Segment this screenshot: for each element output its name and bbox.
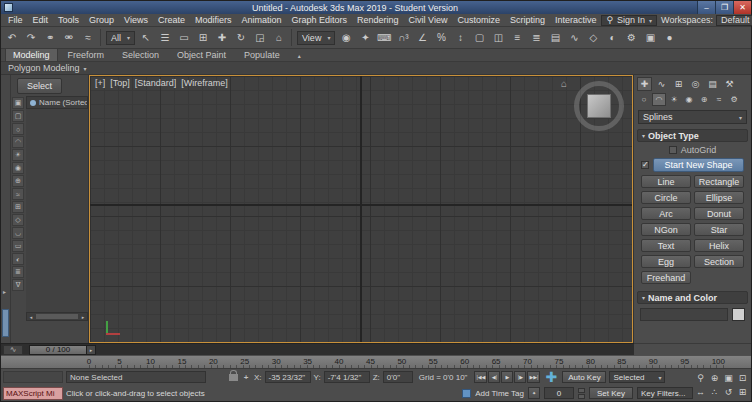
timeline-tick-label[interactable]: 25 [240, 357, 249, 366]
space-warps-category-icon[interactable]: ≈ [712, 93, 726, 106]
timeline-tick-label[interactable]: 50 [397, 357, 406, 366]
viewport-layout-tab[interactable] [2, 309, 9, 337]
scene-explorer-list[interactable] [26, 109, 88, 312]
explorer-display-everything-icon[interactable]: ▣ [12, 97, 24, 109]
named-selection-sets-icon[interactable]: ▢ [470, 29, 488, 46]
bind-to-space-warp-icon[interactable]: ≈ [79, 29, 97, 46]
spinner-down[interactable] [578, 394, 585, 399]
timeline-tick-label[interactable]: 5 [116, 357, 124, 366]
time-slider-track[interactable]: ∿ 0 / 100 ▸ [1, 343, 634, 355]
add-time-tag-label[interactable]: Add Time Tag [475, 389, 524, 398]
window-crossing-toggle-icon[interactable]: ⊞ [194, 29, 212, 46]
timeline-tick-label[interactable]: 10 [146, 357, 155, 366]
menu-item[interactable]: Civil View [404, 15, 453, 25]
minimize-button[interactable]: – [697, 1, 715, 14]
previous-frame-button[interactable]: ◀| [488, 371, 500, 383]
explorer-display-bones-icon[interactable]: ◡ [12, 227, 24, 239]
close-button[interactable]: ✕ [733, 1, 751, 14]
mirror-icon[interactable]: ◫ [489, 29, 507, 46]
key-filters-button[interactable]: Key Filters... [637, 387, 693, 399]
shape-tool-button[interactable]: Line [641, 175, 691, 188]
play-button[interactable]: ▶ [501, 371, 513, 383]
material-editor-icon[interactable]: ◐ [603, 29, 621, 46]
explorer-display-shapes-icon[interactable]: ◠ [12, 136, 24, 148]
shape-tool-button[interactable]: Egg [641, 255, 691, 268]
key-mode-dropdown[interactable]: Selected ▾ [609, 371, 665, 383]
polygon-modeling-tab[interactable]: Polygon Modeling [8, 63, 80, 73]
maxscript-macro-recorder[interactable] [3, 371, 63, 383]
name-column-header[interactable]: Name (Sorted A [26, 96, 88, 109]
timeline-tick-label[interactable]: 90 [649, 357, 658, 366]
viewport-shading-menu[interactable]: [Wireframe] [181, 78, 228, 88]
ribbon-collapse-icon[interactable]: ▴ [298, 52, 301, 59]
viewport-pov-menu[interactable]: [Top] [110, 78, 130, 88]
ribbon-toggle-icon[interactable]: ▤ [546, 29, 564, 46]
menu-item[interactable]: Create [153, 15, 190, 25]
unlink-selection-icon[interactable]: ⚮ [60, 29, 78, 46]
z-coord-field[interactable]: 0'0" [383, 371, 413, 383]
keyboard-shortcut-override-icon[interactable]: ⌨ [375, 29, 393, 46]
timeline-tick-label[interactable]: 40 [335, 357, 344, 366]
explorer-display-none-icon[interactable]: ▢ [12, 110, 24, 122]
autogrid-checkbox[interactable] [669, 146, 677, 154]
timeline-tick-label[interactable]: 15 [177, 357, 186, 366]
menu-item[interactable]: Customize [452, 15, 505, 25]
next-frame-button[interactable]: |▶ [514, 371, 526, 383]
select-object-icon[interactable]: ↖ [137, 29, 155, 46]
start-new-shape-button[interactable]: Start New Shape [653, 158, 744, 172]
shape-tool-button[interactable]: Freehand [641, 271, 691, 284]
render-setup-icon[interactable]: ⚙ [622, 29, 640, 46]
x-coord-field[interactable]: -35 23/32" [265, 371, 311, 383]
explorer-display-materials-icon[interactable]: ◐ [12, 253, 24, 265]
render-production-icon[interactable]: ● [660, 29, 678, 46]
auto-key-button[interactable]: Auto Key [562, 371, 606, 383]
curve-editor-icon[interactable]: ∿ [565, 29, 583, 46]
viewcube-top-face[interactable] [587, 94, 611, 118]
home-icon[interactable]: ⌂ [561, 78, 567, 89]
menu-item[interactable]: Views [119, 15, 153, 25]
tab-object-paint[interactable]: Object Paint [169, 48, 234, 61]
select-and-place-icon[interactable]: ⌂ [270, 29, 288, 46]
menu-item[interactable]: Tools [53, 15, 84, 25]
shape-category-dropdown[interactable]: Splines ▾ [638, 110, 747, 124]
explorer-sort-icon[interactable]: ≣ [12, 266, 24, 278]
display-tab-icon[interactable]: ▤ [705, 77, 720, 91]
select-and-link-icon[interactable]: ⚭ [41, 29, 59, 46]
viewport-top[interactable]: [+][Top][Standard][Wireframe] ⌂ [89, 75, 633, 343]
timeline-tick-label[interactable]: 20 [209, 357, 218, 366]
redo-icon[interactable]: ↷ [22, 29, 40, 46]
menu-item[interactable]: Interactive [550, 15, 602, 25]
app-icon[interactable] [4, 3, 13, 12]
workspaces-dropdown[interactable]: Default ▾ [716, 15, 752, 26]
explorer-display-lights-icon[interactable]: ☀ [12, 149, 24, 161]
shape-tool-button[interactable]: Star [694, 223, 744, 236]
menu-item[interactable]: Animation [236, 15, 286, 25]
timeline-ruler[interactable]: 0510152025303540455055606570758085909510… [1, 355, 751, 368]
select-by-name-icon[interactable]: ☰ [156, 29, 174, 46]
pan-icon[interactable]: ↔ [694, 385, 707, 398]
geometry-category-icon[interactable]: ○ [637, 93, 651, 106]
frame-spinner[interactable] [578, 388, 585, 399]
shape-tool-button[interactable]: Rectangle [694, 175, 744, 188]
shape-tool-button[interactable]: NGon [641, 223, 691, 236]
maximize-viewport-icon[interactable]: ⊞ [736, 385, 749, 398]
tab-populate[interactable]: Populate [236, 48, 288, 61]
zoom-region-icon[interactable]: ⊡ [736, 371, 749, 384]
walk-through-icon[interactable]: ∴ [708, 385, 721, 398]
object-name-field[interactable] [640, 308, 728, 321]
menu-item[interactable]: Group [84, 15, 119, 25]
utilities-tab-icon[interactable]: ⚒ [722, 77, 737, 91]
absolute-offset-mode-icon[interactable]: + [241, 373, 251, 382]
undo-icon[interactable]: ↶ [3, 29, 21, 46]
timeline-tick-label[interactable]: 55 [429, 357, 438, 366]
view-cube[interactable]: ⌂ [574, 81, 624, 131]
systems-category-icon[interactable]: ⚙ [727, 93, 741, 106]
select-and-scale-icon[interactable]: ◲ [251, 29, 269, 46]
y-coord-field[interactable]: -7'4 1/32" [324, 371, 370, 383]
spinner-up[interactable] [578, 388, 585, 393]
timeline-tick-label[interactable]: 100 [712, 357, 725, 366]
scene-explorer-select-menu[interactable]: Select [17, 78, 62, 94]
explorer-display-cameras-icon[interactable]: ◉ [12, 162, 24, 174]
viewport-general-menu[interactable]: [+] [95, 78, 105, 88]
timeline-tick-label[interactable]: 30 [272, 357, 281, 366]
